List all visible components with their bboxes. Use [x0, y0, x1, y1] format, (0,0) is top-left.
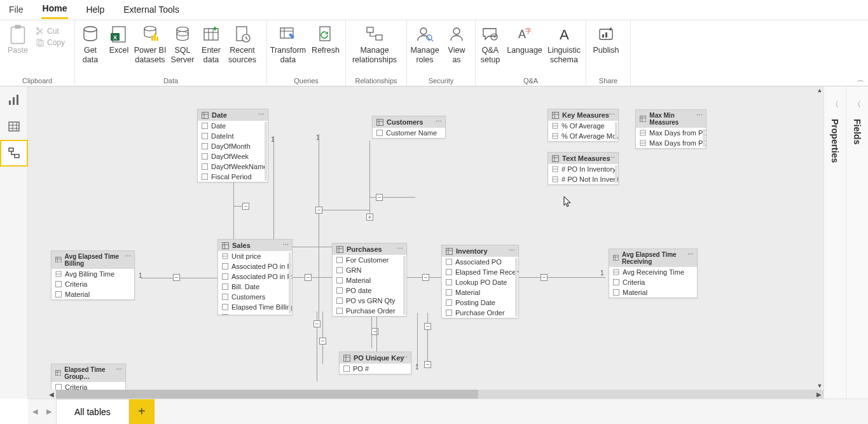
field[interactable]: Elapsed Time Receiving [455, 268, 518, 276]
field[interactable]: DayOfWeek [211, 153, 249, 160]
enter-data-button[interactable]: Enter data [197, 23, 225, 67]
field[interactable]: Criteria [623, 278, 645, 286]
scroll-down-arrow[interactable]: ▼ [816, 382, 823, 390]
table-avg-receiving[interactable]: Avg Elapsed Time Receiving⋯ Avg Receivin… [609, 249, 698, 298]
field[interactable]: PO vs GRN Qty [346, 297, 396, 304]
field[interactable]: Bill. Date [231, 283, 259, 291]
field[interactable]: GRN [346, 266, 361, 274]
field[interactable]: Max Days from PO to … [649, 129, 706, 137]
table-menu[interactable]: ⋯ [687, 250, 694, 257]
tab-help[interactable]: Help [85, 2, 106, 18]
table-elapsed-group[interactable]: Elapsed Time Group…⋯ Criteria [51, 364, 126, 393]
table-menu[interactable]: ⋯ [125, 252, 132, 259]
properties-pane-collapsed[interactable]: 〈 Properties [823, 86, 846, 399]
table-avg-billing[interactable]: Avg Elapsed Time Billing⋯ Avg Billing Ti… [51, 250, 135, 300]
report-view-button[interactable] [0, 86, 28, 113]
field[interactable]: Fiscal Period [211, 173, 252, 181]
refresh-button[interactable]: Refresh [309, 23, 342, 67]
scroll-up-arrow[interactable]: ▲ [816, 86, 823, 94]
copy-button[interactable]: Copy [36, 38, 65, 47]
cut-button[interactable]: Cut [36, 27, 65, 36]
linguistic-schema-button[interactable]: A Linguistic schema [544, 23, 584, 67]
fields-pane-collapsed[interactable]: 〈 Fields [846, 86, 868, 399]
hscroll-thumb[interactable] [56, 390, 478, 399]
table-purchases[interactable]: Purchases⋯ For Customer GRN Material PO … [332, 243, 407, 317]
scroll-left-arrow[interactable]: ◀ [47, 390, 56, 399]
manage-roles-button[interactable]: Manage roles [407, 23, 443, 67]
field[interactable]: % Of Average [561, 122, 605, 130]
field[interactable]: % Of Average Moving [561, 132, 618, 140]
table-text-measures[interactable]: Text Measures⋯ # PO In Inventory Text # … [548, 152, 619, 185]
tab-nav-next[interactable]: ▶ [42, 407, 56, 416]
field[interactable]: For Customer [346, 256, 389, 264]
manage-relationships-button[interactable]: Manage relationships [346, 23, 403, 67]
field[interactable]: Avg Billing Time [65, 270, 114, 278]
excel-button[interactable]: X Excel [106, 23, 132, 67]
field[interactable]: # PO Not In Inventory … [561, 175, 618, 183]
table-date[interactable]: Date⋯ Date DateInt DayOfMonth DayOfWeek … [197, 109, 268, 182]
table-menu[interactable]: ⋯ [609, 154, 616, 161]
table-customers[interactable]: Customers⋯ Customer Name [372, 116, 446, 139]
sql-server-button[interactable]: SQL Server [168, 23, 197, 67]
field[interactable]: Posting Date [455, 299, 495, 306]
field[interactable]: Material [455, 289, 480, 296]
field[interactable]: Avg Receiving Time [623, 268, 684, 276]
tab-home[interactable]: Home [41, 1, 69, 19]
view-as-button[interactable]: View as [443, 23, 471, 67]
field[interactable]: # PO In Inventory Text [561, 165, 618, 173]
get-data-button[interactable]: Get data [75, 23, 106, 67]
field[interactable]: Associated PO in Receiving [231, 273, 292, 280]
field[interactable]: PO date [346, 287, 371, 294]
layout-tab-all-tables[interactable]: All tables [56, 399, 129, 424]
language-button[interactable]: A字 Language [505, 23, 544, 67]
field[interactable]: Elapsed Time from PO D… [231, 313, 292, 315]
table-sales[interactable]: Sales⋯ Unit price Associated PO in Purch… [217, 239, 293, 315]
table-key-measures[interactable]: Key Measures⋯ % Of Average % Of Average … [548, 109, 619, 142]
add-layout-tab[interactable]: + [129, 399, 155, 424]
table-menu[interactable]: ⋯ [436, 118, 443, 125]
field[interactable]: Lookup PO Date [455, 278, 507, 286]
field[interactable]: Material [65, 291, 90, 298]
field[interactable]: Elapsed Time Billing [231, 303, 292, 311]
field[interactable]: PO # [353, 365, 369, 373]
ribbon-collapse[interactable]: ︿ [857, 75, 864, 85]
field[interactable]: Unit price [231, 252, 261, 260]
field[interactable]: Date [211, 122, 226, 130]
table-menu[interactable]: ⋯ [696, 111, 703, 118]
qa-setup-button[interactable]: Q&A setup [476, 23, 505, 67]
table-menu[interactable]: ⋯ [397, 245, 404, 252]
field[interactable]: Purchase Order [455, 309, 505, 317]
canvas-vscroll[interactable]: ▲ ▼ [816, 86, 823, 390]
tab-file[interactable]: File [8, 2, 25, 18]
pbi-datasets-button[interactable]: Power BI datasets [132, 23, 168, 67]
recent-sources-button[interactable]: Recent sources [225, 23, 259, 67]
scroll-right-arrow[interactable]: ▶ [815, 390, 823, 399]
table-menu[interactable]: ⋯ [509, 247, 516, 254]
field[interactable]: Purchase Order [346, 307, 396, 315]
tab-nav-prev[interactable]: ◀ [28, 407, 42, 416]
model-view-button[interactable] [0, 140, 28, 167]
table-menu[interactable]: ⋯ [258, 111, 265, 118]
field[interactable]: DayOfMonth [211, 142, 251, 150]
publish-button[interactable]: Publish [586, 23, 626, 67]
field[interactable]: Customer Name [386, 129, 437, 137]
field[interactable]: Associated PO in Purchas… [231, 263, 292, 270]
field[interactable]: DayOfWeekName [211, 163, 267, 170]
table-menu[interactable]: ⋯ [116, 366, 123, 373]
canvas-hscroll[interactable]: ◀ ▶ [56, 390, 823, 399]
field[interactable]: Customers [231, 293, 265, 301]
field[interactable]: Associated PO [455, 258, 502, 266]
field[interactable]: DateInt [211, 132, 233, 140]
model-canvas[interactable]: 1 1 1 1 1 1 Date⋯ Date DateInt DayOfMont… [28, 86, 823, 399]
paste-button[interactable]: Paste [8, 46, 28, 55]
field[interactable]: Material [346, 277, 371, 284]
field[interactable]: Material [623, 289, 647, 296]
table-menu[interactable]: ⋯ [609, 111, 616, 118]
table-max-min-measures[interactable]: Max Min Measures⋯ Max Days from PO to … … [635, 109, 706, 149]
table-po-unique-key[interactable]: PO Unique Key⋯ PO # [339, 352, 411, 374]
data-view-button[interactable] [0, 113, 28, 140]
field[interactable]: Max Days from PO to … [649, 139, 706, 147]
field[interactable]: Criteria [65, 280, 87, 288]
tab-external-tools[interactable]: External Tools [122, 2, 181, 18]
table-inventory[interactable]: Inventory⋯ Associated PO Elapsed Time Re… [441, 245, 519, 318]
